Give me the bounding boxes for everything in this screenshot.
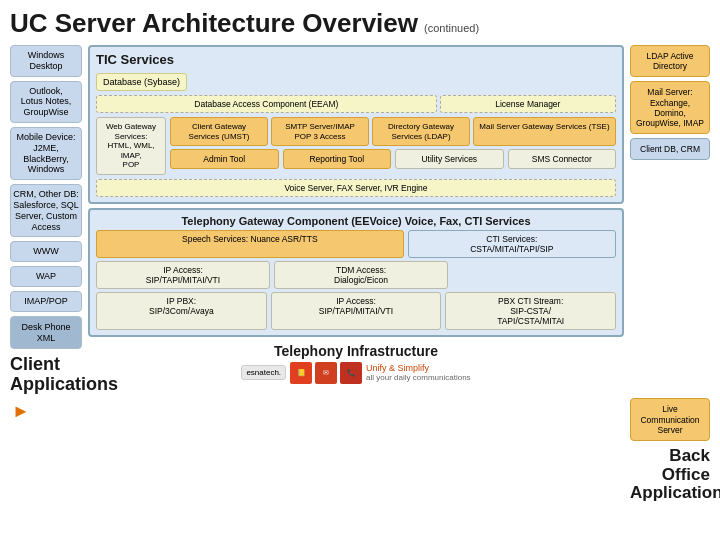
continued-label: (continued) (424, 22, 479, 34)
db-access-row: Database Access Component (EEAM) License… (96, 95, 616, 113)
www-box: WWW (10, 241, 82, 262)
client-db-box: Client DB, CRM (630, 138, 710, 160)
tgw-row3: IP PBX: SIP/3Com/Avaya IP Access: SIP/TA… (96, 292, 616, 330)
directory-gateway-box: Directory Gateway Services (LDAP) (372, 117, 470, 146)
ip-access-box: IP Access: SIP/TAPI/MITAI/VTI (96, 261, 270, 289)
left-sidebar: Windows Desktop Outlook, Lotus Notes, Gr… (10, 45, 82, 505)
infra-title: Telephony Infrastructure (274, 343, 438, 359)
tgw-row2: IP Access: SIP/TAPI/MITAI/VTI TDM Access… (96, 261, 616, 289)
imap-box: IMAP/POP (10, 291, 82, 312)
desk-phone-box: Desk Phone XML (10, 316, 82, 350)
tgw-title: Telephony Gateway Component (EEVoice) Vo… (96, 215, 616, 227)
tgw-row1: Speech Services: Nuance ASR/TTS CTI Serv… (96, 230, 616, 258)
reporting-tool-box: Reporting Tool (283, 149, 392, 169)
icon-voicemail: 📞 (340, 362, 362, 384)
main-title: UC Server Architecture Overview (10, 8, 418, 39)
db-sybase-box: Database (Sybase) (96, 73, 187, 91)
sms-connector-box: SMS Connector (508, 149, 617, 169)
unify-tagline: Unify & Simplify all your daily communic… (366, 363, 471, 382)
content-area: Windows Desktop Outlook, Lotus Notes, Gr… (10, 45, 710, 505)
cti-services-box: CTI Services: CSTA/MITAI/TAPI/SIP (408, 230, 616, 258)
icon-messages: ✉ (315, 362, 337, 384)
mobile-box: Mobile Device: J2ME, BlackBerry, Windows (10, 127, 82, 180)
outlook-box: Outlook, Lotus Notes, GroupWise (10, 81, 82, 123)
pbx-cti-box: PBX CTI Stream: SIP-CSTA/ TAPI/CSTA/MITA… (445, 292, 616, 330)
live-comm-box: Live Communication Server (630, 398, 710, 441)
arrow-right-icon: ► (10, 401, 82, 422)
smtp-server-box: SMTP Server/IMAP POP 3 Access (271, 117, 369, 146)
web-gw-box: Web Gateway Services: HTML, WML, IMAP, P… (96, 117, 166, 175)
right-sidebar: LDAP Active Directory Mail Server: Excha… (630, 45, 710, 505)
tdm-access-box: TDM Access: Dialogic/Eicon (274, 261, 448, 289)
icon-address-book: 📒 (290, 362, 312, 384)
windows-desktop-box: Windows Desktop (10, 45, 82, 77)
spacer (630, 164, 710, 394)
tic-services-box: TIC Services Database (Sybase) Database … (88, 45, 624, 204)
speech-services-box: Speech Services: Nuance ASR/TTS (96, 230, 404, 258)
services-row: Web Gateway Services: HTML, WML, IMAP, P… (96, 117, 616, 175)
crm-box: CRM, Other DB: Salesforce, SQL Server, C… (10, 184, 82, 237)
title-row: UC Server Architecture Overview (continu… (10, 8, 710, 39)
infra-logos: esnatech. 📒 ✉ 📞 Unify & Simplify all you… (241, 362, 470, 384)
admin-tool-box: Admin Tool (170, 149, 279, 169)
tic-title: TIC Services (96, 52, 616, 67)
ldap-box: LDAP Active Directory (630, 45, 710, 77)
ip-access2-box: IP Access: SIP/TAPI/MITAI/VTI (271, 292, 442, 330)
client-apps-label: Client Applications (10, 353, 82, 397)
utility-services-box: Utility Services (395, 149, 504, 169)
telephony-gw-box: Telephony Gateway Component (EEVoice) Vo… (88, 208, 624, 337)
center-main: TIC Services Database (Sybase) Database … (88, 45, 624, 505)
page: UC Server Architecture Overview (continu… (0, 0, 720, 540)
voice-server-row: Voice Server, FAX Server, IVR Engine (96, 179, 616, 197)
telephony-infra: Telephony Infrastructure esnatech. 📒 ✉ 📞… (88, 341, 624, 386)
license-manager-box: License Manager (440, 95, 616, 113)
back-office-label: Back Office Applications (630, 445, 710, 505)
db-access-component: Database Access Component (EEAM) (96, 95, 437, 113)
company-logo: esnatech. (241, 365, 286, 380)
mail-server-gw-box: Mail Server Gateway Services (TSE) (473, 117, 616, 146)
mail-server-box: Mail Server: Exchange, Domino, GroupWise… (630, 81, 710, 134)
ip-pbx-box: IP PBX: SIP/3Com/Avaya (96, 292, 267, 330)
tools-row: Admin Tool Reporting Tool Utility Servic… (170, 149, 616, 169)
wap-box: WAP (10, 266, 82, 287)
client-gateway-box: Client Gateway Services (UMST) (170, 117, 268, 146)
